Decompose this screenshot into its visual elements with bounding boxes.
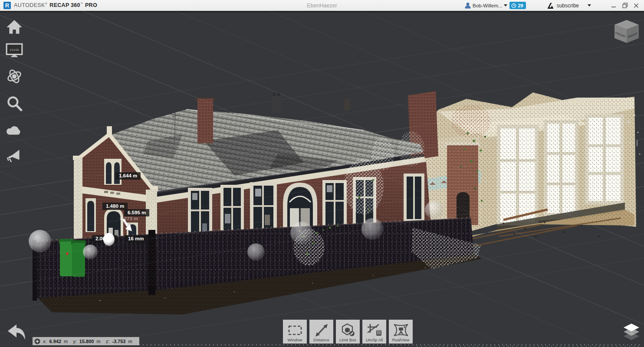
titlebar: R AUTODESK® RECAP 360™ PRO EbenHaezer Bo…	[0, 0, 644, 11]
point-cloud-scene[interactable]	[0, 11, 644, 347]
edit-toolbar: Window Distance Limit Box Unclip All	[283, 320, 413, 344]
back-button[interactable]	[6, 324, 26, 344]
gable-window	[85, 198, 96, 232]
tool-label: RealView	[392, 337, 410, 342]
tm-mark: ™	[80, 2, 83, 5]
coord-x-value: 6.942	[49, 339, 62, 344]
viewport-top-shadow	[0, 11, 644, 13]
unclip-all-button[interactable]: Unclip All	[362, 320, 386, 344]
compass-icon	[34, 338, 40, 344]
window-select-button[interactable]: Window	[283, 320, 307, 344]
measurement-label[interactable]: 16 mm	[125, 235, 147, 242]
coord-x-label: x:	[43, 339, 47, 344]
limit-box-icon	[340, 323, 356, 337]
coord-z-unit: m	[128, 339, 132, 344]
coord-z-label: z:	[106, 339, 110, 344]
trial-timer-badge[interactable]: 29	[509, 2, 526, 9]
reg-mark: ®	[45, 2, 48, 5]
restore-button[interactable]	[621, 2, 628, 9]
monitor-icon: 3.0.0.52	[5, 41, 23, 59]
navigation-button[interactable]	[5, 67, 23, 85]
coordinate-readout: x: 6.942 m y: 15.800 m z: -3.753 m	[33, 337, 139, 345]
tool-label: Window	[288, 337, 302, 342]
app-brand: R AUTODESK® RECAP 360™ PRO	[3, 2, 97, 9]
brand-autodesk: AUTODESK®	[14, 2, 47, 8]
gable-window	[104, 159, 122, 185]
project-display-button[interactable]: 3.0.0.52	[5, 41, 23, 59]
coord-y-value: 15.800	[79, 339, 94, 344]
user-icon	[465, 2, 471, 9]
autodesk-a-icon	[547, 2, 554, 9]
back-arrow-icon	[6, 324, 26, 342]
unclip-all-icon	[367, 323, 382, 337]
window-select-icon	[287, 324, 303, 337]
user-menu[interactable]: Bob-Willem...	[465, 2, 507, 9]
cloud-icon	[5, 121, 23, 139]
coord-x-unit: m	[64, 339, 68, 344]
brand-product: RECAP 360™ PRO	[49, 2, 97, 8]
subscribe-menu[interactable]: subscribe	[547, 2, 591, 9]
limit-box-button[interactable]: Limit Box	[336, 320, 360, 344]
close-button[interactable]	[633, 2, 640, 9]
user-name: Bob-Willem...	[473, 3, 502, 8]
clock-icon	[511, 3, 516, 8]
subscribe-label: subscribe	[557, 3, 579, 9]
scan-sphere-highlight	[103, 233, 115, 246]
coord-y-label: y:	[73, 339, 77, 344]
orbit-icon	[5, 67, 23, 85]
realview-icon	[393, 323, 409, 337]
tool-label: Unclip All	[366, 337, 383, 342]
search-button[interactable]	[5, 94, 23, 112]
view-cube[interactable]: FRONT RIGHT	[610, 16, 644, 46]
home-icon	[5, 18, 23, 36]
tool-label: Distance	[313, 337, 329, 342]
measurement-label[interactable]: 1.644 m	[115, 172, 141, 180]
user-caret-icon	[504, 4, 507, 7]
monitor-version-text: 3.0.0.52	[10, 49, 19, 51]
measurement-arrow-icon	[121, 217, 134, 234]
megaphone-icon	[5, 147, 23, 165]
announcements-button[interactable]	[5, 147, 23, 165]
layers-icon	[620, 321, 643, 344]
coord-y-unit: m	[96, 339, 100, 344]
search-icon	[5, 94, 23, 112]
coord-z-value: -3.753	[112, 339, 125, 344]
cloud-button[interactable]	[5, 121, 23, 139]
subscribe-caret-icon	[588, 4, 591, 7]
minimize-button[interactable]	[610, 2, 617, 9]
distance-icon	[314, 324, 329, 337]
layers-button[interactable]	[620, 321, 643, 345]
tool-label: Limit Box	[339, 337, 356, 342]
green-bins	[59, 239, 86, 277]
recap-logo-icon: R	[3, 2, 11, 9]
viewport-3d[interactable]: 3.0.0.52 1.644 m 1.480 m 6.595 m 0.273 m…	[0, 11, 644, 347]
home-button[interactable]	[5, 18, 23, 36]
distance-button[interactable]: Distance	[309, 320, 333, 344]
measurement-label[interactable]: 6.595 m	[124, 209, 149, 216]
realview-button[interactable]: RealView	[389, 320, 413, 344]
trial-days-count: 29	[518, 3, 523, 8]
